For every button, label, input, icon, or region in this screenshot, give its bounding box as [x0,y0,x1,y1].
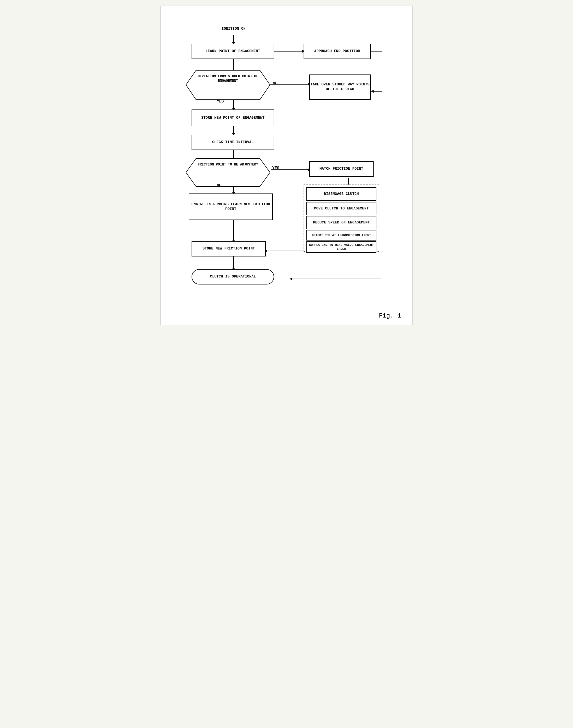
friction-point-label: FRICTION POINT TO BE ADJUSTED? [192,163,264,167]
take-over-shape: TAKE OVER STORED WAY POINTS OF THE CLUTC… [309,74,371,100]
yes-label-2: YES [272,165,279,171]
approach-end-shape: APPROACH END POSITION [304,44,371,59]
match-friction-shape: MATCH FRICTION POINT [309,161,374,177]
store-friction-shape: STORE NEW FRICTION POINT [192,241,266,257]
learn-point-shape: LEARN POINT OF ENGAGEMENT [192,44,274,59]
store-new-point-label: STORE NEW POINT OF ENGAGEMENT [201,116,264,120]
ignition-on-shape: IGNITION ON [203,23,264,35]
friction-point-svg: FRICTION POINT TO BE ADJUSTED? [186,159,270,186]
clutch-operational-label: CLUTCH IS OPERATIONAL [210,274,256,279]
ignition-on-label: IGNITION ON [221,26,246,32]
take-over-label: TAKE OVER STORED WAY POINTS OF THE CLUTC… [310,82,370,92]
detect-rpm-label: DETECT RPM AT TRANSMISSION INPUT [312,233,371,237]
disengage-shape: DISENGAGE CLUTCH [306,187,376,201]
approach-end-label: APPROACH END POSITION [314,49,360,54]
correcting-label: CORRECTING TO REAL VALUE ENGAGEMENT SPEE… [307,243,376,251]
page: IGNITION ON LEARN POINT OF ENGAGEMENT AP… [160,6,413,325]
deviation-label: DEVIATION FROM STORED POINT OF ENGAGEMEN… [192,74,264,83]
flowchart: IGNITION ON LEARN POINT OF ENGAGEMENT AP… [169,17,404,308]
store-friction-label: STORE NEW FRICTION POINT [203,246,255,251]
engine-running-shape: ENGINE IS RUNNING LEARN NEW FRICTION POI… [189,193,273,220]
check-time-label: CHECK TIME INTERVAL [212,140,253,145]
store-new-point-shape: STORE NEW POINT OF ENGAGEMENT [192,109,274,126]
no-label-2: NO [217,183,221,188]
correcting-shape: CORRECTING TO REAL VALUE ENGAGEMENT SPEE… [306,241,376,253]
check-time-shape: CHECK TIME INTERVAL [192,135,274,150]
move-clutch-label: MOVE CLUTCH TO ENGAGEMENT [314,206,369,211]
reduce-speed-shape: REDUCE SPEED OF ENGAGEMENT [306,216,376,229]
detect-rpm-shape: DETECT RPM AT TRANSMISSION INPUT [306,230,376,240]
deviation-svg: DEVIATION FROM STORED POINT OF ENGAGEMEN… [186,70,270,100]
clutch-operational-shape: CLUTCH IS OPERATIONAL [192,269,274,284]
move-clutch-shape: MOVE CLUTCH TO ENGAGEMENT [306,202,376,215]
no-label-1: NO [273,81,277,86]
disengage-label: DISENGAGE CLUTCH [324,192,359,197]
engine-running-label: ENGINE IS RUNNING LEARN NEW FRICTION POI… [189,202,272,212]
svg-marker-31 [371,90,374,93]
reduce-speed-label: REDUCE SPEED OF ENGAGEMENT [313,220,370,225]
match-friction-label: MATCH FRICTION POINT [320,167,363,171]
yes-label-1: YES [217,99,224,104]
svg-marker-28 [290,277,293,280]
fig-label: Fig. 1 [379,313,401,320]
learn-point-label: LEARN POINT OF ENGAGEMENT [206,49,260,54]
